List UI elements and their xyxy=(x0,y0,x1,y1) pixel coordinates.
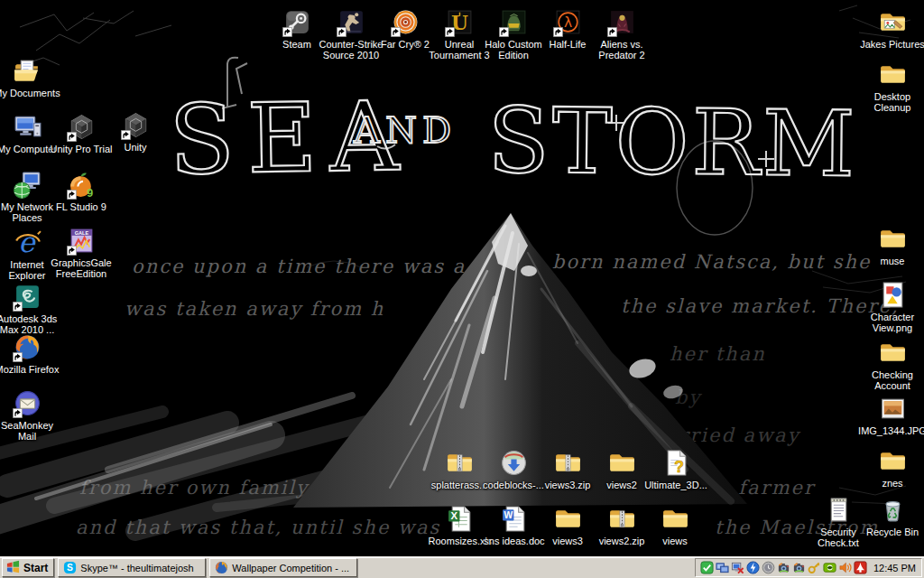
desktop-icon-views[interactable]: views xyxy=(639,504,711,546)
desktop-icon-aliens-vs-predator-2[interactable]: Aliens vs. Predator 2 xyxy=(586,7,658,61)
icon-label: SeaMonkey Mail xyxy=(0,420,63,442)
icon-label: Checking Account xyxy=(856,369,924,391)
svg-text:X: X xyxy=(450,510,457,521)
unity-icon xyxy=(121,110,151,140)
aliens-vs-predator-2-icon xyxy=(607,7,637,37)
taskbar-clock[interactable]: 12:45 PM xyxy=(873,563,916,573)
desktop-icon-ultimate-3d[interactable]: ?Ultimate_3D... xyxy=(640,448,712,490)
icon-label: Ultimate_3D... xyxy=(640,480,712,490)
icon-label: Aliens vs. Predator 2 xyxy=(586,39,658,61)
desktop-icon-seamonkey-mail[interactable]: SeaMonkey Mail xyxy=(0,388,63,442)
icon-label: Character View.png xyxy=(856,312,924,333)
far-cry-2-icon xyxy=(391,7,420,37)
autodesk-3ds-max-icon xyxy=(13,282,42,312)
tray-camera-2-icon[interactable] xyxy=(792,561,806,574)
muse-icon xyxy=(878,224,908,254)
views3-icon xyxy=(553,504,583,534)
start-label: Start xyxy=(23,562,48,574)
my-network-places-icon xyxy=(13,170,42,200)
views2-zip-icon xyxy=(607,504,637,534)
icon-label: GraphicsGale FreeEdition xyxy=(45,257,117,279)
views-icon xyxy=(661,504,690,534)
icon-label: My Documents xyxy=(0,88,63,98)
firefox-icon xyxy=(215,561,228,574)
taskbar-task-firefox-wallpaper-competition[interactable]: Wallpaper Competition - ... xyxy=(209,558,357,577)
taskbar-task-skype[interactable]: SSkype™ - theultimatejosh xyxy=(58,558,206,577)
desktop-icon-my-documents[interactable]: My Documents xyxy=(0,56,63,98)
counter-strike-source-2010-icon xyxy=(337,7,366,37)
icon-label: FL Studio 9 xyxy=(45,201,117,212)
splatterass-zip-icon xyxy=(445,448,475,478)
task-label: Skype™ - theultimatejosh xyxy=(80,563,193,573)
tray-avira-icon[interactable] xyxy=(854,561,867,574)
tray-volume-icon[interactable] xyxy=(838,561,852,574)
icon-label: IMG_1344.JPG xyxy=(856,425,924,436)
internet-explorer-icon: e xyxy=(13,228,42,257)
seamonkey-mail-icon xyxy=(13,388,42,418)
icon-label: Security Check.txt xyxy=(802,527,874,548)
views3-zip-icon xyxy=(553,448,583,478)
character-view-png-icon xyxy=(878,280,908,310)
tray-camera-1-icon[interactable] xyxy=(777,561,790,574)
windows-xp-desktop: { "wallpaper": { "title": { "sea": "SEA"… xyxy=(0,0,924,578)
desktop-icon-muse[interactable]: muse xyxy=(856,224,924,266)
jakes-pictures-icon xyxy=(878,7,908,37)
ultimate-3d-icon: ? xyxy=(661,448,691,478)
svg-text:e: e xyxy=(18,228,36,257)
desktop-icon-img-1344-jpg[interactable]: IMG_1344.JPG xyxy=(856,394,924,436)
roomsizes-xls-icon: X xyxy=(446,504,476,534)
tray-computer-red-x-icon[interactable] xyxy=(731,561,744,574)
my-computer-icon xyxy=(13,112,42,142)
img-1344-jpg-icon xyxy=(878,394,908,424)
recycle-bin-icon xyxy=(878,495,908,525)
start-button[interactable]: Start xyxy=(2,558,54,577)
desktop-icon-character-view-png[interactable]: Character View.png xyxy=(856,280,924,333)
desktop-icon-unity[interactable]: Unity xyxy=(99,110,171,153)
graphicsgale-freeedition-icon: GALE xyxy=(67,226,97,256)
icon-label: znes xyxy=(856,478,924,489)
svg-text:λ: λ xyxy=(563,14,571,31)
fl-studio-9-icon: 9 xyxy=(67,170,97,200)
desktop-icon-jakes-pictures[interactable]: Jakes Pictures xyxy=(856,7,924,50)
system-tray: 12:45 PM xyxy=(695,558,922,577)
svg-text:GALE: GALE xyxy=(74,230,88,236)
my-documents-icon xyxy=(13,56,42,86)
znes-icon xyxy=(878,446,908,476)
desktop-icon-mozilla-firefox[interactable]: Mozilla Firefox xyxy=(0,332,63,375)
icon-label: Desktop Cleanup xyxy=(856,91,924,113)
icon-label: Unity xyxy=(99,142,171,153)
icon-label: muse xyxy=(856,256,924,266)
desktop-icon-graphicsgale-freeedition[interactable]: GALEGraphicsGale FreeEdition xyxy=(45,226,117,279)
half-life-icon: λ xyxy=(553,7,583,37)
views2-icon xyxy=(607,448,637,478)
desktop-icon-desktop-cleanup[interactable]: Desktop Cleanup xyxy=(856,60,924,113)
desktop-icon-autodesk-3ds-max[interactable]: Autodesk 3ds Max 2010 ... xyxy=(0,282,63,335)
task-label: Wallpaper Competition - ... xyxy=(232,563,349,573)
icon-label: Jakes Pictures xyxy=(856,39,924,50)
security-check-txt-icon xyxy=(824,495,854,525)
skype-icon: S xyxy=(63,561,77,574)
unreal-tournament-3-icon: U xyxy=(445,7,475,37)
tray-nvidia-icon[interactable] xyxy=(823,561,836,574)
desktop-icon-fl-studio-9[interactable]: 9FL Studio 9 xyxy=(45,170,117,212)
desktop-icons: My DocumentsMy ComputerMy Network Places… xyxy=(0,0,924,557)
desktop-icon-security-check-txt[interactable]: Security Check.txt xyxy=(802,495,874,548)
desktop-icon-znes[interactable]: znes xyxy=(856,446,924,489)
desktop-cleanup-icon xyxy=(878,60,908,89)
tray-gray-dial-icon[interactable] xyxy=(762,561,775,574)
codeblocks-installer-icon xyxy=(499,448,529,478)
task-buttons: SSkype™ - theultimatejoshWallpaper Compe… xyxy=(58,558,357,577)
tray-network-computers-icon[interactable] xyxy=(716,561,729,574)
checking-account-icon xyxy=(878,338,908,368)
windows-flag-icon xyxy=(6,560,20,576)
svg-text:?: ? xyxy=(674,458,684,476)
tray-blue-lightning-icon[interactable] xyxy=(746,561,760,574)
tray-green-check-icon[interactable] xyxy=(700,561,714,574)
svg-text:S: S xyxy=(67,563,73,573)
svg-text:W: W xyxy=(504,510,513,520)
tray-yellow-key-icon[interactable] xyxy=(808,561,821,574)
halo-custom-edition-icon xyxy=(499,7,529,37)
mozilla-firefox-icon xyxy=(13,332,42,362)
icon-label: views xyxy=(639,536,711,546)
desktop-icon-checking-account[interactable]: Checking Account xyxy=(856,338,924,391)
